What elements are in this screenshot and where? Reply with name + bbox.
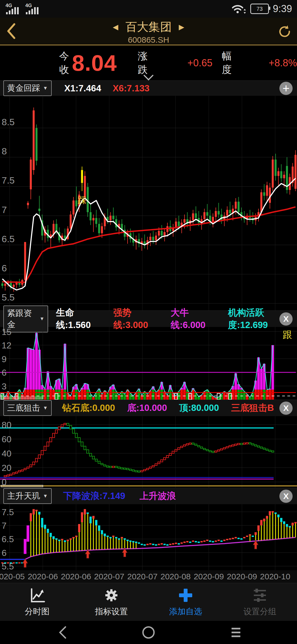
chevron-down-icon: ▼ [43, 493, 48, 499]
svg-text:7: 7 [2, 521, 7, 531]
close-wave-panel-button[interactable]: X [279, 490, 293, 503]
svg-text:40: 40 [2, 449, 12, 459]
chevron-down-icon: ▼ [40, 316, 45, 322]
nav-back-icon[interactable] [60, 627, 65, 638]
signal-strength-icon-2: 4G [25, 3, 41, 15]
close-icon: X [283, 314, 289, 324]
carrier-badge: 4G [6, 3, 12, 8]
x-axis-label: 2020-09 [227, 572, 257, 581]
indicator-selector-main[interactable]: 黄金回踩 ▼ [3, 80, 52, 96]
battery-percent: 73 [257, 6, 263, 12]
time-axis: 2020-052020-062020-062020-072020-072020-… [0, 570, 297, 583]
x-axis-label: 2020-06 [61, 572, 91, 581]
nav-menu-icon[interactable] [232, 629, 240, 636]
quote-row: 今收 8.04 涨跌 +0.65 幅度 +8.8% [0, 45, 297, 80]
bottom-toolbar: 分时图 指标设置 添加自选 [0, 583, 297, 621]
svg-text:5.5: 5.5 [2, 292, 15, 302]
tab-indicator-settings[interactable]: 指标设置 [84, 587, 139, 617]
svg-text:9: 9 [2, 354, 7, 364]
wifi-icon [231, 3, 246, 15]
page-title: 百大集团 [125, 19, 172, 35]
chevron-down-icon: ▼ [43, 405, 48, 411]
close-bottoms-panel-button[interactable]: X [279, 402, 293, 415]
x-axis-label: 2020-07 [127, 572, 158, 581]
app-header: ◀ 百大集团 ▶ 600865.SH [0, 18, 297, 45]
svg-text:7.5: 7.5 [2, 507, 14, 517]
svg-text:20: 20 [2, 463, 12, 473]
up-wave-label: 上升波浪 [139, 490, 176, 502]
tab-add-watchlist-label: 添加自选 [169, 606, 202, 617]
chevron-down-icon: ▼ [43, 85, 48, 91]
svg-text:0: 0 [2, 477, 7, 487]
svg-text:12: 12 [2, 340, 12, 350]
diamond-bottom-value: 钻石底:0.000 [62, 402, 115, 414]
indicator-selector-bottoms[interactable]: 三底狙击 ▼ [3, 400, 52, 416]
close-icon: X [283, 403, 289, 413]
svg-text:6: 6 [2, 368, 7, 378]
svg-text:80: 80 [2, 420, 12, 430]
tab-settings-label: 指标设置 [95, 606, 128, 617]
line-chart-icon [29, 587, 45, 603]
carrier-badge-2: 4G [25, 3, 32, 8]
bottom-sniper-chart[interactable]: 806040200 [0, 416, 297, 488]
close-label: 今收 [59, 50, 70, 77]
money-flow-chart[interactable]: 1512963跟 [0, 327, 297, 400]
status-bar: 4G 4G 73 9:39 [0, 0, 297, 18]
sliders-icon [252, 587, 268, 603]
triple-bottom-b: 三底狙击B [231, 402, 274, 414]
indicator-selector-wave[interactable]: 主升天玑 ▼ [3, 488, 52, 504]
svg-text:踩: 踩 [78, 195, 86, 205]
x-axis-label: 2020-10 [260, 572, 290, 581]
title-block: ◀ 百大集团 ▶ 600865.SH [0, 19, 297, 45]
change-value: +0.65 [187, 57, 212, 69]
refresh-icon[interactable] [277, 24, 291, 39]
plus-icon: + [282, 83, 290, 94]
indicator-value-x6: X6:7.133 [113, 83, 150, 94]
nav-home-icon[interactable] [143, 627, 154, 638]
indicator-selector-main-label: 黄金回踩 [7, 83, 40, 94]
svg-text:8: 8 [2, 146, 7, 156]
down-wave-value: 下降波浪:7.149 [63, 490, 125, 502]
tab-add-watchlist[interactable]: 添加自选 [158, 587, 213, 617]
svg-text:15: 15 [2, 327, 12, 337]
x-axis-label: 2020-05 [0, 572, 25, 581]
next-stock-icon[interactable]: ▶ [179, 23, 184, 31]
svg-text:6.5: 6.5 [2, 234, 15, 244]
svg-text:6: 6 [2, 548, 7, 558]
bottoms-indicator-bar: 三底狙击 ▼ 钻石底:0.000 底:10.000 顶:80.000 三底狙击B… [0, 400, 297, 416]
money-indicator-bar: 紧跟资金 ▼ 生命线:1.560 强势线:3.000 大牛线:6.000 机构活… [0, 310, 297, 327]
svg-text:7: 7 [2, 204, 7, 215]
tab-intraday-chart[interactable]: 分时图 [10, 587, 65, 617]
svg-text:8.5: 8.5 [2, 117, 15, 127]
svg-text:6.5: 6.5 [2, 534, 14, 544]
close-money-panel-button[interactable]: X [279, 312, 293, 326]
svg-text:跟: 跟 [283, 329, 292, 340]
main-indicator-bar: 黄金回踩 ▼ X1:7.464 X6:7.133 + [0, 80, 297, 96]
battery-icon: 73 [250, 4, 269, 14]
indicator-selector-wave-label: 主升天玑 [7, 490, 40, 502]
add-indicator-button[interactable]: + [279, 82, 293, 95]
svg-text:5.5: 5.5 [2, 561, 14, 570]
android-nav-bar [0, 621, 297, 644]
prev-stock-icon[interactable]: ◀ [113, 23, 118, 31]
svg-text:60: 60 [2, 434, 12, 444]
x-axis-label: 2020-09 [194, 572, 224, 581]
x-axis-label: 2020-08 [160, 572, 191, 581]
wave-chart[interactable]: 7.576.565.5 [0, 504, 297, 570]
tab-group-settings[interactable]: 设置分组 [232, 587, 287, 617]
stock-app-screen: 4G 4G 73 9:39 [0, 0, 297, 644]
x-axis-label: 2020-07 [94, 572, 124, 581]
range-value: +8.8% [269, 57, 297, 69]
main-candlestick-chart[interactable]: 8.587.576.565.5踩 [0, 96, 297, 310]
indicator-selector-bottoms-label: 三底狙击 [7, 402, 40, 414]
tab-intraday-label: 分时图 [25, 606, 50, 617]
svg-text:6: 6 [2, 263, 7, 273]
close-icon: X [283, 492, 289, 501]
top-value: 顶:80.000 [179, 402, 219, 414]
stock-code: 600865.SH [0, 35, 297, 45]
signal-strength-icon: 4G [5, 3, 21, 15]
plus-icon [177, 587, 194, 603]
range-label: 幅度 [222, 50, 232, 77]
clock: 9:39 [273, 3, 292, 15]
gear-icon [103, 587, 120, 603]
